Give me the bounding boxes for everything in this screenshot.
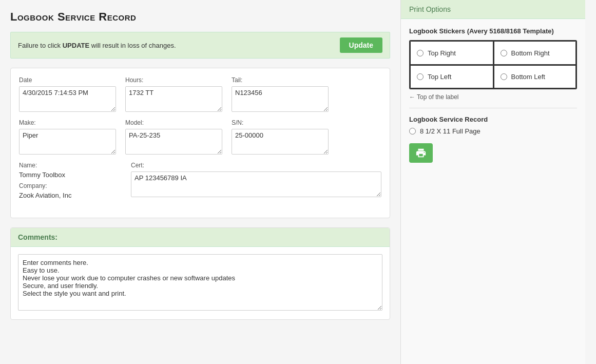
sticker-grid: Top Right Bottom Right Top Left Bottom L…	[409, 40, 577, 89]
logbook-record-title: Logbook Service Record	[409, 116, 577, 123]
alert-bold: UPDATE	[63, 42, 89, 49]
sn-group: S/N: 25-00000	[232, 119, 329, 155]
print-button[interactable]	[409, 143, 433, 163]
print-options-header: Print Options	[401, 0, 585, 19]
make-group: Make: Piper	[19, 119, 116, 155]
page-title: Logbook Service Record	[10, 10, 390, 24]
update-button[interactable]: Update	[340, 37, 382, 53]
model-field[interactable]: PA-25-235	[125, 129, 222, 155]
alert-message: Failure to click UPDATE will result in l…	[18, 42, 176, 49]
logbook-record-section: Logbook Service Record 8 1/2 X 11 Full P…	[409, 116, 577, 135]
hours-field[interactable]: 1732 TT	[125, 86, 222, 112]
print-options-body: Logbook Stickers (Avery 5168/8168 Templa…	[401, 19, 585, 171]
date-label: Date	[19, 76, 116, 84]
model-group: Model: PA-25-235	[125, 119, 222, 155]
sticker-bottom-left[interactable]: Bottom Left	[493, 65, 576, 88]
comments-header-text: Comments:	[18, 233, 57, 241]
sticker-top-right[interactable]: Top Right	[410, 41, 493, 65]
tail-field[interactable]: N123456	[232, 86, 329, 112]
full-page-radio[interactable]	[409, 128, 416, 135]
make-label: Make:	[19, 119, 116, 126]
hours-label: Hours:	[125, 76, 222, 84]
full-page-label: 8 1/2 X 11 Full Page	[420, 127, 480, 135]
cert-label: Cert:	[131, 162, 381, 169]
sticker-top-left-radio[interactable]	[417, 73, 424, 80]
comments-section: Comments: Enter comments here. Easy to u…	[10, 227, 390, 320]
sticker-bottom-left-label: Bottom Left	[511, 73, 545, 81]
sticker-top-right-label: Top Right	[428, 49, 456, 57]
tail-group: Tail: N123456	[232, 76, 329, 112]
date-field[interactable]: 4/30/2015 7:14:53 PM	[19, 86, 116, 112]
sticker-top-right-radio[interactable]	[417, 50, 424, 56]
comments-header: Comments:	[11, 228, 390, 247]
make-field[interactable]: Piper	[19, 129, 116, 155]
form-row-2: Make: Piper Model: PA-25-235 S/N: 25-000…	[19, 119, 381, 155]
cert-field[interactable]: AP 123456789 IA	[131, 171, 381, 197]
company-label: Company:	[19, 182, 122, 189]
alert-bar: Failure to click UPDATE will result in l…	[10, 32, 390, 59]
sticker-top-left[interactable]: Top Left	[410, 65, 493, 88]
name-label: Name:	[19, 162, 122, 169]
sticker-bottom-right-label: Bottom Right	[511, 49, 550, 57]
model-label: Model:	[125, 119, 222, 126]
company-value: Zook Aviation, Inc	[19, 190, 122, 201]
cert-group: Cert: AP 123456789 IA	[131, 162, 381, 197]
sticker-top-left-label: Top Left	[428, 73, 451, 81]
comments-textarea[interactable]: Enter comments here. Easy to use. Never …	[18, 254, 382, 311]
tail-label: Tail:	[232, 76, 329, 84]
sn-field[interactable]: 25-00000	[232, 129, 329, 155]
name-company-block: Name: Tommy Toolbox Company: Zook Aviati…	[19, 162, 122, 200]
right-panel: Print Options Logbook Stickers (Avery 51…	[400, 0, 585, 364]
hours-group: Hours: 1732 TT	[125, 76, 222, 112]
sticker-bottom-left-radio[interactable]	[501, 73, 507, 80]
form-card: Date 4/30/2015 7:14:53 PM Hours: 1732 TT…	[10, 68, 390, 218]
printer-icon	[415, 147, 427, 159]
full-page-option[interactable]: 8 1/2 X 11 Full Page	[409, 127, 577, 135]
sticker-bottom-right-radio[interactable]	[501, 50, 507, 56]
form-row-1: Date 4/30/2015 7:14:53 PM Hours: 1732 TT…	[19, 76, 381, 112]
sn-label: S/N:	[232, 119, 329, 126]
form-row-3: Name: Tommy Toolbox Company: Zook Aviati…	[19, 162, 381, 200]
panel-divider	[409, 108, 577, 108]
comments-body: Enter comments here. Easy to use. Never …	[11, 247, 390, 319]
sticker-bottom-right[interactable]: Bottom Right	[493, 41, 576, 65]
name-value: Tommy Toolbox	[19, 170, 122, 180]
sticker-section-title: Logbook Stickers (Avery 5168/8168 Templa…	[409, 27, 577, 35]
date-group: Date 4/30/2015 7:14:53 PM	[19, 76, 116, 112]
label-direction: ← Top of the label	[409, 93, 577, 101]
